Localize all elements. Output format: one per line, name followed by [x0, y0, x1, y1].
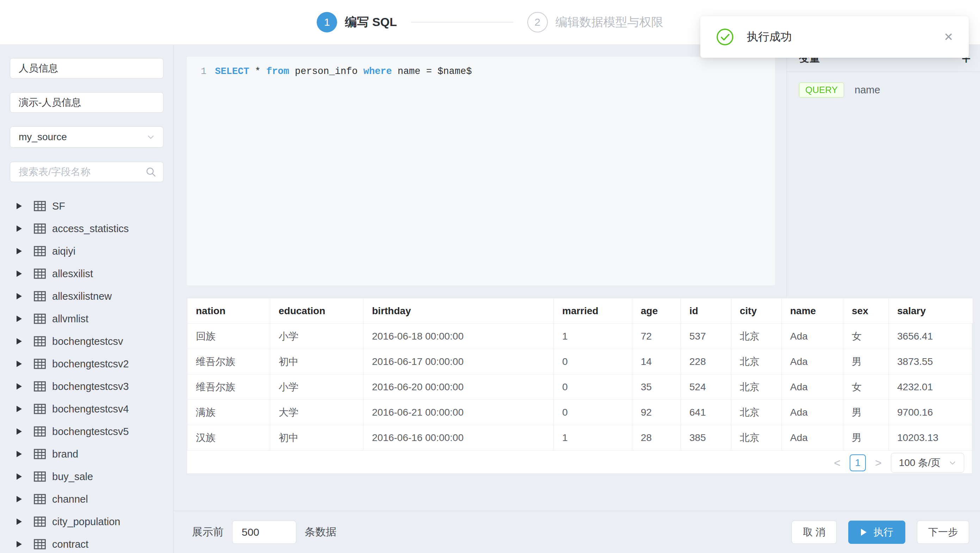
tree-item-bochengtestcsv2[interactable]: bochengtestcsv2 [10, 353, 164, 375]
table-icon [32, 424, 47, 439]
table-cell: Ada [782, 349, 843, 374]
caret-right-icon[interactable] [17, 428, 22, 435]
toast-message: 执行成功 [747, 29, 944, 45]
tree-item-allvmlist[interactable]: allvmlist [10, 307, 164, 330]
stepper-connector [411, 22, 513, 22]
tree-item-access_statistics[interactable]: access_statistics [10, 217, 164, 240]
caret-right-icon[interactable] [17, 248, 22, 254]
caret-right-icon[interactable] [17, 406, 22, 412]
prev-page-button[interactable]: < [834, 456, 840, 470]
table-tree: SFaccess_statisticsaiqiyiallesxilistalle… [10, 195, 164, 553]
tree-item-SF[interactable]: SF [10, 195, 164, 217]
sql-token: name = $name$ [392, 66, 472, 77]
caret-right-icon[interactable] [17, 541, 22, 547]
table-row: 维吾尔族小学2016-06-20 00:00:00035524北京Ada女423… [188, 374, 973, 400]
tree-item-city_population[interactable]: city_population [10, 510, 164, 533]
table-cell: 男 [843, 425, 889, 451]
table-cell: 维吾尔族 [188, 374, 270, 400]
step-1-write-sql: 1 编写 SQL [317, 12, 397, 32]
table-name: bochengtestcsv3 [52, 381, 129, 393]
sql-token: from [266, 66, 289, 77]
table-icon [32, 356, 47, 371]
table-cell: 4232.01 [889, 374, 973, 400]
table-icon [32, 311, 47, 326]
caret-right-icon[interactable] [17, 383, 22, 389]
tree-item-contract[interactable]: contract [10, 533, 164, 553]
table-cell: 北京 [731, 425, 782, 451]
step-2-label: 编辑数据模型与权限 [555, 14, 663, 30]
column-header-id: id [681, 298, 731, 324]
sql-code: SELECT * from person_info where name = $… [215, 64, 472, 79]
datasource-select[interactable]: my_source [10, 126, 164, 148]
footer-bar: 展示前 条数据 取 消 执行 下一步 [173, 511, 980, 553]
caret-right-icon[interactable] [17, 518, 22, 525]
caret-right-icon[interactable] [17, 474, 22, 480]
toast-close-button[interactable]: ✕ [944, 30, 953, 44]
step-2-number: 2 [527, 12, 548, 32]
tree-item-bochengtestcsv3[interactable]: bochengtestcsv3 [10, 375, 164, 398]
caret-right-icon[interactable] [17, 361, 22, 367]
table-cell: 0 [554, 400, 632, 425]
results-table: nationeducationbirthdaymarriedageidcityn… [187, 298, 973, 451]
sql-editor[interactable]: 1 SELECT * from person_info where name =… [187, 57, 775, 285]
play-icon [860, 528, 867, 536]
dataset-name-input[interactable] [10, 58, 164, 79]
table-name: SF [52, 200, 65, 212]
caret-right-icon[interactable] [17, 293, 22, 299]
caret-right-icon[interactable] [17, 451, 22, 457]
table-cell: 北京 [731, 324, 782, 349]
table-header-row: nationeducationbirthdaymarriedageidcityn… [188, 298, 973, 324]
caret-right-icon[interactable] [17, 496, 22, 502]
caret-right-icon[interactable] [17, 316, 22, 322]
tree-item-buy_sale[interactable]: buy_sale [10, 465, 164, 488]
next-step-button[interactable]: 下一步 [917, 521, 969, 544]
dataset-display-name-input[interactable] [10, 92, 164, 113]
table-icon [32, 402, 47, 416]
table-cell: 女 [843, 374, 889, 400]
table-cell: 2016-06-17 00:00:00 [364, 349, 554, 374]
tree-item-aiqiyi[interactable]: aiqiyi [10, 240, 164, 262]
tree-item-bochengtestcsv5[interactable]: bochengtestcsv5 [10, 420, 164, 443]
table-cell: 28 [632, 425, 681, 451]
cancel-button[interactable]: 取 消 [792, 521, 837, 544]
caret-right-icon[interactable] [17, 203, 22, 209]
table-cell: 524 [681, 374, 731, 400]
table-cell: 北京 [731, 374, 782, 400]
table-name: access_statistics [52, 223, 129, 235]
sql-code-line: 1 SELECT * from person_info where name =… [187, 57, 775, 79]
table-cell: 男 [843, 400, 889, 425]
tree-item-bochengtestcsv4[interactable]: bochengtestcsv4 [10, 398, 164, 420]
stepper: 1 编写 SQL 2 编辑数据模型与权限 [317, 12, 663, 32]
run-button[interactable]: 执行 [848, 521, 905, 544]
tree-item-allesxilist[interactable]: allesxilist [10, 262, 164, 285]
sql-token: where [363, 66, 392, 77]
table-cell: Ada [782, 324, 843, 349]
pagination: < 1 > 100 条/页 [834, 453, 964, 473]
caret-right-icon[interactable] [17, 270, 22, 277]
current-page-button[interactable]: 1 [850, 454, 866, 471]
column-header-age: age [632, 298, 681, 324]
caret-right-icon[interactable] [17, 338, 22, 345]
search-input[interactable] [10, 162, 164, 182]
run-button-label: 执行 [873, 526, 893, 539]
variable-type-tag: QUERY [799, 83, 844, 98]
tree-item-brand[interactable]: brand [10, 443, 164, 465]
column-header-sex: sex [843, 298, 889, 324]
table-cell: 14 [632, 349, 681, 374]
page-size-select[interactable]: 100 条/页 [891, 453, 964, 473]
column-header-name: name [782, 298, 843, 324]
table-name: brand [52, 448, 78, 460]
column-header-city: city [731, 298, 782, 324]
table-cell: 0 [554, 374, 632, 400]
tree-item-bochengtestcsv[interactable]: bochengtestcsv [10, 330, 164, 353]
table-icon [32, 514, 47, 529]
next-page-button[interactable]: > [875, 456, 882, 470]
table-cell: 72 [632, 324, 681, 349]
tree-item-allesxilistnew[interactable]: allesxilistnew [10, 285, 164, 307]
caret-right-icon[interactable] [17, 226, 22, 232]
success-check-icon [716, 28, 734, 46]
table-cell: 35 [632, 374, 681, 400]
table-cell: 女 [843, 324, 889, 349]
tree-item-channel[interactable]: channel [10, 488, 164, 510]
row-limit-input[interactable] [232, 521, 296, 544]
